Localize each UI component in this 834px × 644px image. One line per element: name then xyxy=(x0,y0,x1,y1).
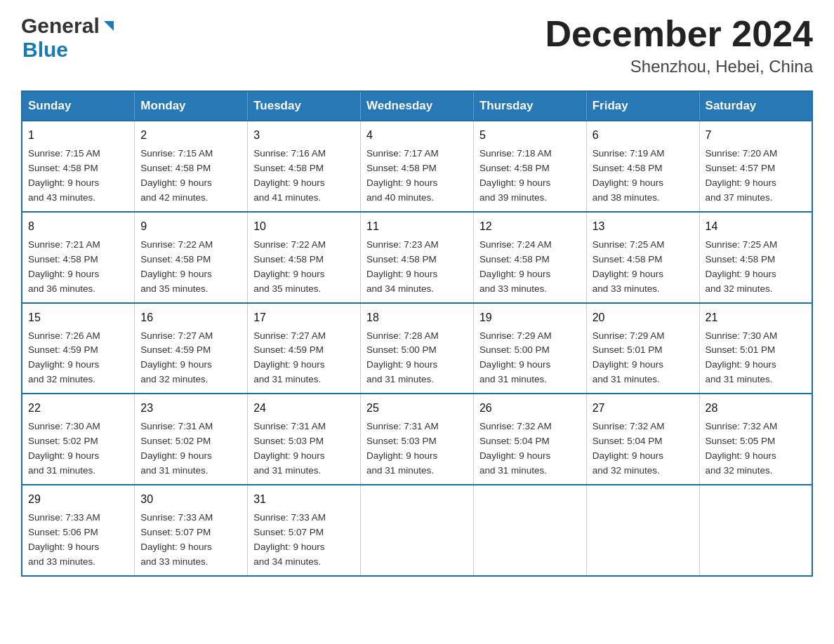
day-info: Sunrise: 7:27 AMSunset: 4:59 PMDaylight:… xyxy=(253,330,326,385)
day-cell-7: 7Sunrise: 7:20 AMSunset: 4:57 PMDaylight… xyxy=(699,121,812,212)
day-number: 12 xyxy=(479,218,581,235)
day-number: 22 xyxy=(28,400,128,417)
day-info: Sunrise: 7:30 AMSunset: 5:02 PMDaylight:… xyxy=(28,421,100,476)
day-info: Sunrise: 7:33 AMSunset: 5:07 PMDaylight:… xyxy=(140,512,213,567)
day-number: 24 xyxy=(253,400,355,417)
day-cell-4: 4Sunrise: 7:17 AMSunset: 4:58 PMDaylight… xyxy=(361,121,474,212)
day-info: Sunrise: 7:22 AMSunset: 4:58 PMDaylight:… xyxy=(140,239,213,294)
day-cell-1: 1Sunrise: 7:15 AMSunset: 4:58 PMDaylight… xyxy=(22,121,135,212)
day-cell-5: 5Sunrise: 7:18 AMSunset: 4:58 PMDaylight… xyxy=(473,121,586,212)
day-cell-8: 8Sunrise: 7:21 AMSunset: 4:58 PMDaylight… xyxy=(22,212,135,303)
day-cell-9: 9Sunrise: 7:22 AMSunset: 4:58 PMDaylight… xyxy=(135,212,248,303)
week-row-3: 15Sunrise: 7:26 AMSunset: 4:59 PMDayligh… xyxy=(22,303,812,394)
day-number: 16 xyxy=(140,309,241,326)
title-block: December 2024 Shenzhou, Hebei, China xyxy=(545,14,813,76)
day-number: 1 xyxy=(28,127,128,144)
day-cell-30: 30Sunrise: 7:33 AMSunset: 5:07 PMDayligh… xyxy=(135,485,248,576)
day-cell-14: 14Sunrise: 7:25 AMSunset: 4:58 PMDayligh… xyxy=(699,212,812,303)
week-row-4: 22Sunrise: 7:30 AMSunset: 5:02 PMDayligh… xyxy=(22,394,812,485)
day-number: 4 xyxy=(366,127,468,144)
day-info: Sunrise: 7:31 AMSunset: 5:03 PMDaylight:… xyxy=(253,421,326,476)
empty-cell xyxy=(699,485,812,576)
day-info: Sunrise: 7:21 AMSunset: 4:58 PMDaylight:… xyxy=(28,239,100,294)
day-info: Sunrise: 7:15 AMSunset: 4:58 PMDaylight:… xyxy=(140,148,213,203)
day-info: Sunrise: 7:15 AMSunset: 4:58 PMDaylight:… xyxy=(28,148,100,203)
day-cell-11: 11Sunrise: 7:23 AMSunset: 4:58 PMDayligh… xyxy=(361,212,474,303)
day-info: Sunrise: 7:19 AMSunset: 4:58 PMDaylight:… xyxy=(593,148,665,203)
empty-cell xyxy=(361,485,474,576)
day-number: 17 xyxy=(253,309,355,326)
empty-cell xyxy=(473,485,586,576)
day-number: 11 xyxy=(366,218,468,235)
day-info: Sunrise: 7:32 AMSunset: 5:04 PMDaylight:… xyxy=(479,421,552,476)
day-info: Sunrise: 7:20 AMSunset: 4:57 PMDaylight:… xyxy=(706,148,778,203)
day-info: Sunrise: 7:16 AMSunset: 4:58 PMDaylight:… xyxy=(253,148,326,203)
day-cell-12: 12Sunrise: 7:24 AMSunset: 4:58 PMDayligh… xyxy=(473,212,586,303)
day-cell-25: 25Sunrise: 7:31 AMSunset: 5:03 PMDayligh… xyxy=(361,394,474,485)
weekday-header-friday: Friday xyxy=(586,91,699,121)
week-row-5: 29Sunrise: 7:33 AMSunset: 5:06 PMDayligh… xyxy=(22,485,812,576)
day-number: 14 xyxy=(706,218,806,235)
location-subtitle: Shenzhou, Hebei, China xyxy=(545,57,813,76)
day-number: 6 xyxy=(593,127,694,144)
day-info: Sunrise: 7:30 AMSunset: 5:01 PMDaylight:… xyxy=(706,330,778,385)
day-cell-19: 19Sunrise: 7:29 AMSunset: 5:00 PMDayligh… xyxy=(473,303,586,394)
day-number: 27 xyxy=(593,400,694,417)
day-number: 5 xyxy=(479,127,581,144)
day-number: 25 xyxy=(366,400,468,417)
day-cell-31: 31Sunrise: 7:33 AMSunset: 5:07 PMDayligh… xyxy=(248,485,361,576)
day-info: Sunrise: 7:27 AMSunset: 4:59 PMDaylight:… xyxy=(140,330,213,385)
day-info: Sunrise: 7:26 AMSunset: 4:59 PMDaylight:… xyxy=(28,330,100,385)
day-cell-27: 27Sunrise: 7:32 AMSunset: 5:04 PMDayligh… xyxy=(586,394,699,485)
day-number: 21 xyxy=(706,309,806,326)
day-info: Sunrise: 7:33 AMSunset: 5:07 PMDaylight:… xyxy=(253,512,326,567)
day-cell-17: 17Sunrise: 7:27 AMSunset: 4:59 PMDayligh… xyxy=(248,303,361,394)
day-cell-22: 22Sunrise: 7:30 AMSunset: 5:02 PMDayligh… xyxy=(22,394,135,485)
day-cell-3: 3Sunrise: 7:16 AMSunset: 4:58 PMDaylight… xyxy=(248,121,361,212)
svg-marker-0 xyxy=(104,21,114,31)
day-number: 15 xyxy=(28,309,128,326)
day-info: Sunrise: 7:25 AMSunset: 4:58 PMDaylight:… xyxy=(593,239,665,294)
week-row-2: 8Sunrise: 7:21 AMSunset: 4:58 PMDaylight… xyxy=(22,212,812,303)
day-cell-10: 10Sunrise: 7:22 AMSunset: 4:58 PMDayligh… xyxy=(248,212,361,303)
page-header: General Blue December 2024 Shenzhou, Heb… xyxy=(21,14,813,76)
day-number: 20 xyxy=(593,309,694,326)
day-info: Sunrise: 7:33 AMSunset: 5:06 PMDaylight:… xyxy=(28,512,100,567)
day-number: 23 xyxy=(140,400,241,417)
empty-cell xyxy=(586,485,699,576)
day-number: 28 xyxy=(706,400,806,417)
day-cell-28: 28Sunrise: 7:32 AMSunset: 5:05 PMDayligh… xyxy=(699,394,812,485)
weekday-header-saturday: Saturday xyxy=(699,91,812,121)
day-cell-23: 23Sunrise: 7:31 AMSunset: 5:02 PMDayligh… xyxy=(135,394,248,485)
month-title: December 2024 xyxy=(545,14,813,54)
day-cell-21: 21Sunrise: 7:30 AMSunset: 5:01 PMDayligh… xyxy=(699,303,812,394)
day-cell-6: 6Sunrise: 7:19 AMSunset: 4:58 PMDaylight… xyxy=(586,121,699,212)
weekday-header-monday: Monday xyxy=(135,91,248,121)
day-info: Sunrise: 7:22 AMSunset: 4:58 PMDaylight:… xyxy=(253,239,326,294)
day-number: 3 xyxy=(253,127,355,144)
day-info: Sunrise: 7:32 AMSunset: 5:04 PMDaylight:… xyxy=(593,421,665,476)
day-cell-18: 18Sunrise: 7:28 AMSunset: 5:00 PMDayligh… xyxy=(361,303,474,394)
weekday-header-thursday: Thursday xyxy=(473,91,586,121)
calendar-table: SundayMondayTuesdayWednesdayThursdayFrid… xyxy=(21,90,813,576)
day-number: 13 xyxy=(593,218,694,235)
day-number: 2 xyxy=(140,127,241,144)
weekday-header-sunday: Sunday xyxy=(22,91,135,121)
day-cell-13: 13Sunrise: 7:25 AMSunset: 4:58 PMDayligh… xyxy=(586,212,699,303)
day-cell-26: 26Sunrise: 7:32 AMSunset: 5:04 PMDayligh… xyxy=(473,394,586,485)
weekday-header-wednesday: Wednesday xyxy=(361,91,474,121)
logo: General Blue xyxy=(21,14,114,62)
day-number: 7 xyxy=(706,127,806,144)
day-cell-24: 24Sunrise: 7:31 AMSunset: 5:03 PMDayligh… xyxy=(248,394,361,485)
day-number: 19 xyxy=(479,309,581,326)
day-cell-20: 20Sunrise: 7:29 AMSunset: 5:01 PMDayligh… xyxy=(586,303,699,394)
day-number: 29 xyxy=(28,491,128,508)
day-info: Sunrise: 7:29 AMSunset: 5:01 PMDaylight:… xyxy=(593,330,665,385)
day-info: Sunrise: 7:31 AMSunset: 5:03 PMDaylight:… xyxy=(366,421,439,476)
day-cell-2: 2Sunrise: 7:15 AMSunset: 4:58 PMDaylight… xyxy=(135,121,248,212)
day-info: Sunrise: 7:17 AMSunset: 4:58 PMDaylight:… xyxy=(366,148,439,203)
day-info: Sunrise: 7:31 AMSunset: 5:02 PMDaylight:… xyxy=(140,421,213,476)
day-number: 30 xyxy=(140,491,241,508)
weekday-header-tuesday: Tuesday xyxy=(248,91,361,121)
day-cell-16: 16Sunrise: 7:27 AMSunset: 4:59 PMDayligh… xyxy=(135,303,248,394)
